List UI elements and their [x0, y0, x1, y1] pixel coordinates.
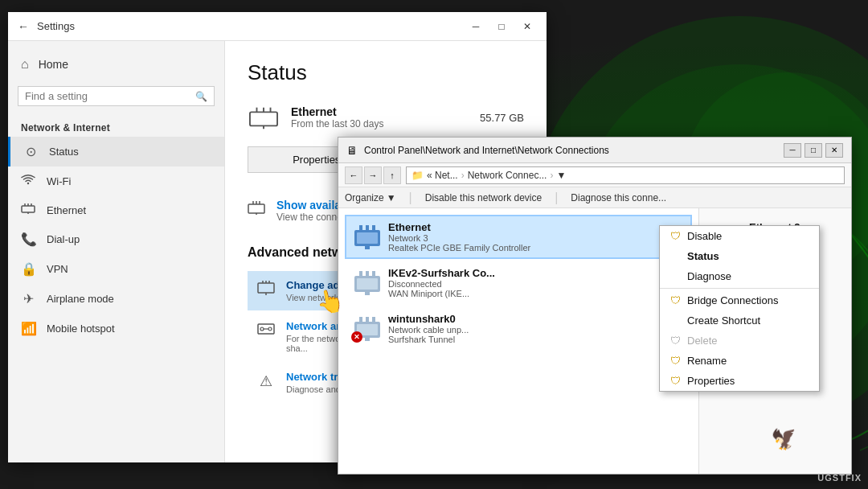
adapter-ethernet-icon — [353, 225, 382, 249]
maximize-button[interactable]: □ — [492, 17, 511, 36]
adapter-wintun-sub1: Network cable unp... — [388, 325, 684, 335]
airplane-icon: ✈ — [21, 291, 35, 306]
ctx-status-label: Status — [687, 250, 719, 262]
diagnose-label: Diagnose this conne... — [571, 192, 666, 203]
sidebar-item-wifi[interactable]: Wi-Fi — [8, 166, 224, 195]
svg-rect-37 — [372, 271, 375, 277]
cp-up-button[interactable]: ↑ — [383, 166, 401, 184]
svg-rect-43 — [372, 317, 375, 323]
home-icon: ⌂ — [21, 57, 29, 72]
adapter-wintun-icon: ✕ — [353, 317, 382, 341]
adapter-ethernet-sub2: Realtek PCIe GBE Family Controller — [388, 243, 684, 253]
vpn-icon: 🔒 — [21, 261, 35, 277]
cp-window-controls: ─ □ ✕ — [784, 143, 843, 158]
sidebar-label-airplane: Airplane mode — [47, 293, 114, 305]
cp-back-button[interactable]: ← — [345, 166, 362, 184]
sidebar-item-airplane[interactable]: ✈ Airplane mode — [8, 284, 224, 314]
svg-rect-28 — [357, 232, 378, 244]
sidebar-item-home[interactable]: ⌂ Home — [8, 49, 224, 80]
adapter-ikev2-icon — [353, 271, 382, 295]
cp-adapter-ikev2[interactable]: IKEv2-Surfshark Co... Disconnected WAN M… — [345, 261, 692, 305]
cp-close-button[interactable]: ✕ — [825, 143, 843, 158]
ctx-rename-label: Rename — [687, 355, 727, 367]
minimize-button[interactable]: ─ — [466, 17, 485, 36]
toolbar-divider1: | — [409, 191, 412, 205]
path-sep2: › — [550, 170, 553, 181]
back-button[interactable]: ← — [18, 20, 29, 33]
context-menu: 🛡 Disable Status Diagnose 🛡 Bridge Conne… — [659, 225, 820, 392]
shield-disable-icon: 🛡 — [669, 231, 681, 242]
sidebar-item-hotspot[interactable]: 📶 Mobile hotspot — [8, 314, 224, 343]
adapter-wintun-sub2: Surfshark Tunnel — [388, 335, 684, 344]
ethernet-name: Ethernet — [291, 105, 469, 118]
ethernet-usage: 55.77 GB — [480, 112, 524, 124]
ctx-diagnose[interactable]: Diagnose — [660, 266, 819, 286]
cp-forward-button[interactable]: → — [364, 166, 382, 184]
cp-adapters-list: Ethernet Network 3 Realtek PCIe GBE Fami… — [338, 208, 698, 474]
toolbar-divider2: | — [555, 191, 558, 205]
organize-label: Organize — [345, 192, 384, 203]
ethernet-card: Ethernet From the last 30 days 55.77 GB — [248, 101, 524, 134]
cp-toolbar: Organize ▼ | Disable this network device… — [338, 187, 851, 208]
svg-rect-8 — [250, 112, 277, 125]
ethernet-info: Ethernet From the last 30 days — [291, 105, 469, 129]
adapter-ikev2-sub1: Disconnected — [388, 279, 684, 289]
svg-rect-13 — [248, 204, 264, 213]
ctx-shortcut-label: Create Shortcut — [687, 314, 760, 327]
svg-rect-3 — [22, 206, 35, 212]
sidebar-item-ethernet[interactable]: Ethernet — [8, 195, 224, 224]
shield-properties-icon: 🛡 — [669, 376, 681, 387]
sharing-icon — [257, 322, 275, 340]
adapter-ikev2-info: IKEv2-Surfshark Co... Disconnected WAN M… — [388, 267, 684, 298]
search-input[interactable] — [25, 90, 195, 102]
ctx-status[interactable]: Status — [660, 246, 819, 266]
svg-rect-35 — [359, 271, 362, 277]
svg-rect-30 — [366, 225, 369, 232]
cp-path-net: « Net... — [427, 170, 458, 181]
adapter-ethernet-name: Ethernet — [388, 221, 684, 233]
sidebar-item-status[interactable]: ⊙ Status — [8, 137, 224, 166]
ctx-disable[interactable]: 🛡 Disable — [660, 226, 819, 246]
cp-adapter-wintun[interactable]: ✕ wintunshark0 Network cable unp... Surf… — [345, 306, 692, 351]
ctx-diagnose-label: Diagnose — [687, 270, 731, 282]
sidebar: ⌂ Home 🔍 Network & Internet ⊙ Status Wi-… — [8, 41, 225, 462]
ctx-properties[interactable]: 🛡 Properties — [660, 371, 819, 391]
adapter-ethernet-info: Ethernet Network 3 Realtek PCIe GBE Fami… — [388, 221, 684, 253]
window-title: Settings — [37, 20, 466, 32]
shield-rename-icon: 🛡 — [669, 355, 681, 367]
toolbar-diagnose[interactable]: Diagnose this conne... — [571, 192, 666, 203]
cp-maximize-button[interactable]: □ — [805, 143, 822, 158]
close-button[interactable]: ✕ — [518, 17, 537, 36]
ctx-delete-label: Delete — [687, 335, 718, 347]
toolbar-disable[interactable]: Disable this network device — [425, 192, 542, 203]
search-icon: 🔍 — [195, 91, 207, 102]
cp-minimize-button[interactable]: ─ — [784, 143, 801, 158]
search-box: 🔍 — [18, 86, 215, 106]
cp-address-path[interactable]: 📁 « Net... › Network Connec... › ▼ — [406, 166, 845, 184]
ethernet-sub: From the last 30 days — [291, 118, 469, 129]
sidebar-item-vpn[interactable]: 🔒 VPN — [8, 254, 224, 284]
ctx-delete[interactable]: 🛡 Delete — [660, 331, 819, 351]
sidebar-label-vpn: VPN — [47, 263, 68, 275]
ctx-bridge-label: Bridge Connections — [687, 294, 778, 306]
window-controls: ─ □ ✕ — [466, 17, 537, 36]
toolbar-organize[interactable]: Organize ▼ — [345, 192, 396, 203]
ctx-properties-label: Properties — [687, 375, 735, 387]
svg-rect-36 — [366, 271, 369, 277]
watermark: UGSTFIX — [817, 473, 862, 483]
sidebar-item-dialup[interactable]: 📞 Dial-up — [8, 224, 224, 254]
adapter-ikev2-name: IKEv2-Surfshark Co... — [388, 267, 684, 279]
disable-label: Disable this network device — [425, 192, 542, 203]
ctx-bridge-connections[interactable]: 🛡 Bridge Connections — [660, 290, 819, 310]
svg-rect-44 — [365, 338, 370, 341]
ctx-rename[interactable]: 🛡 Rename — [660, 351, 819, 371]
cp-dropdown-arrow[interactable]: ▼ — [556, 170, 566, 181]
svg-rect-34 — [357, 278, 378, 290]
cp-title-bar: 🖥 Control Panel\Network and Internet\Net… — [338, 138, 851, 163]
organize-arrow: ▼ — [387, 192, 396, 203]
cp-address-bar: ← → ↑ 📁 « Net... › Network Connec... › ▼ — [338, 163, 851, 187]
sidebar-label-wifi: Wi-Fi — [47, 175, 71, 187]
svg-rect-42 — [366, 317, 369, 323]
cp-adapter-ethernet[interactable]: Ethernet Network 3 Realtek PCIe GBE Fami… — [345, 215, 692, 259]
ctx-create-shortcut[interactable]: Create Shortcut — [660, 310, 819, 331]
